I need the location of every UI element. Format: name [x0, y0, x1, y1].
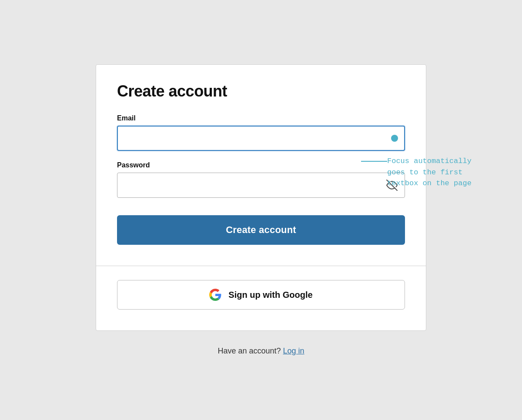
email-input[interactable] — [117, 126, 405, 151]
email-input-wrapper — [117, 126, 405, 151]
login-link[interactable]: Log in — [283, 347, 304, 355]
annotation-line — [361, 161, 387, 162]
annotation-text: Focus automatically goes to the first te… — [387, 156, 472, 189]
card-bottom-section: Sign up with Google — [96, 266, 426, 330]
google-signup-button[interactable]: Sign up with Google — [117, 280, 405, 310]
google-logo-icon — [209, 289, 221, 301]
annotation-callout: Focus automatically goes to the first te… — [361, 156, 472, 189]
create-account-button[interactable]: Create account — [117, 215, 405, 245]
page-wrapper: Create account Email Password — [0, 64, 522, 356]
email-label: Email — [117, 114, 405, 122]
page-title: Create account — [117, 82, 405, 100]
have-account-text: Have an account? — [218, 347, 281, 355]
google-signup-label: Sign up with Google — [228, 290, 312, 300]
card-container: Create account Email Password — [96, 64, 426, 331]
focus-indicator — [391, 135, 398, 142]
login-prompt: Have an account? Log in — [218, 347, 304, 356]
